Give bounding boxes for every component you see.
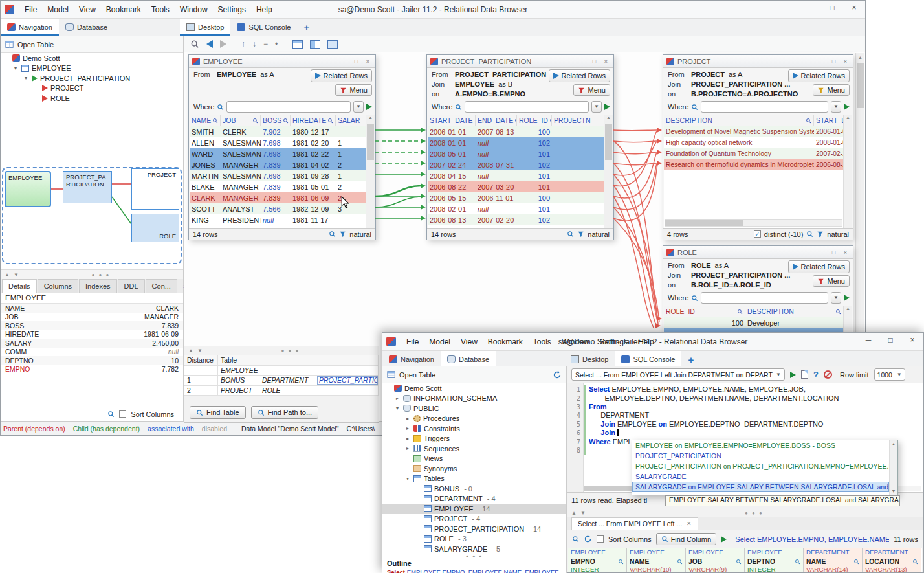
tab-sql-console[interactable]: SQL Console <box>230 19 297 36</box>
search-icon[interactable] <box>572 535 579 543</box>
scrollbar[interactable]: ▲ <box>366 115 375 228</box>
where-condition-input[interactable] <box>701 101 828 113</box>
menu-item[interactable]: File <box>401 335 424 348</box>
expander-icon[interactable]: ▾ <box>12 65 19 71</box>
layout-full-icon[interactable] <box>327 40 338 49</box>
search-icon[interactable] <box>795 559 800 565</box>
search-icon[interactable] <box>853 559 859 565</box>
minimize-button[interactable]: ─ <box>340 58 349 65</box>
expander-icon[interactable]: ▸ <box>404 416 411 421</box>
autocomplete-item[interactable]: PROJECT_PARTICIPATION <box>632 451 889 461</box>
expander-icon[interactable]: ▸ <box>404 425 411 431</box>
maximize-button[interactable]: □ <box>885 335 896 344</box>
expander-icon[interactable]: ▸ <box>394 396 401 401</box>
maximize-button[interactable]: □ <box>826 3 838 12</box>
splitter-bar[interactable]: ● ● ● <box>382 554 566 559</box>
refresh-icon[interactable] <box>553 370 562 379</box>
table-row[interactable]: ALLEN SALESMAN 7.698 1981-02-20 1 <box>190 137 366 148</box>
scrollbar[interactable]: ▲ <box>604 115 613 228</box>
table-row[interactable]: 2008-04-15 null 101 <box>428 170 604 181</box>
minimize-button[interactable]: ─ <box>863 335 874 344</box>
tree-item[interactable]: ROLE - 3 <box>382 534 566 545</box>
column-header[interactable]: HIREDATE <box>291 115 336 126</box>
tree-item[interactable]: PROJECT <box>1 84 183 94</box>
expander-icon[interactable]: ▾ <box>404 476 411 482</box>
tab-columns[interactable]: Columns <box>38 279 78 293</box>
maximize-button[interactable]: □ <box>590 58 599 65</box>
apply-filter-button[interactable] <box>604 104 610 110</box>
tree-item[interactable]: ▸ Constraints <box>382 423 566 434</box>
column-header[interactable]: START_DATE <box>428 115 476 126</box>
diagram-box-project-participation[interactable]: PROJECT_PARTICIPATION <box>63 171 112 203</box>
table-row[interactable]: 2006-01-01 2007-08-13 100 <box>428 126 604 137</box>
new-tab-button[interactable]: + <box>681 351 700 368</box>
expander-icon[interactable]: ▸ <box>404 436 411 442</box>
tree-item[interactable]: Views <box>382 454 566 464</box>
where-dropdown-button[interactable]: ▼ <box>591 101 602 113</box>
minimize-button[interactable]: ─ <box>578 58 587 65</box>
table-row[interactable]: 2007-02-24 2008-07-31 102 <box>428 159 604 170</box>
zoom-dot-icon[interactable]: • <box>275 39 278 49</box>
column-header[interactable]: END_DATE <box>476 115 517 126</box>
splitter-bar[interactable]: ▲▼● ● ● <box>184 346 379 355</box>
table-row[interactable]: 2008-05-01 null 101 <box>428 148 604 159</box>
where-dropdown-button[interactable]: ▼ <box>831 101 841 113</box>
menu-item[interactable]: Bookmark <box>101 3 146 16</box>
tree-item[interactable]: ▸ Sequences <box>382 444 566 454</box>
column-header[interactable]: DESCRIPTION <box>745 306 844 317</box>
tree-item[interactable]: ROLE <box>1 93 183 104</box>
sql-editor-line[interactable]: 3From <box>567 403 923 411</box>
layout-thumbnail-icon[interactable] <box>292 40 303 49</box>
popup-scrollbar[interactable]: ▲▼ <box>889 440 897 495</box>
menu-item[interactable]: Help <box>251 3 278 16</box>
diagram-box-employee[interactable]: EMPLOYEE <box>5 171 51 207</box>
search-icon[interactable] <box>618 559 624 565</box>
menu-button[interactable]: Menu <box>813 275 850 287</box>
main-titlebar[interactable]: FileModelViewBookmarkToolsWindowSettings… <box>1 1 865 19</box>
column-header[interactable]: SALAR <box>336 115 364 126</box>
search-icon[interactable] <box>677 559 683 565</box>
outline-content[interactable]: Select EMPLOYEE.EMPNO, EMPLOYEE.NAME, EM… <box>387 568 565 573</box>
tab-database[interactable]: Database <box>59 19 114 36</box>
tab-constraints[interactable]: Con... <box>146 279 177 293</box>
tree-item[interactable]: EMPLOYEE - 14 <box>382 504 566 514</box>
search-icon[interactable] <box>107 410 115 418</box>
column-header[interactable]: DESCRIPTION <box>664 115 814 126</box>
forward-icon[interactable] <box>220 40 226 48</box>
help-button[interactable]: ? <box>813 370 819 379</box>
apply-filter-button[interactable] <box>366 104 372 110</box>
sql-editor-line[interactable]: 4 DEPARTMENT <box>567 411 923 420</box>
tab-desktop[interactable]: Desktop <box>564 351 615 368</box>
refresh-icon[interactable] <box>584 535 592 543</box>
find-column-button[interactable]: Find Column <box>656 533 716 545</box>
scroll-up-icon[interactable]: ▲ <box>856 53 864 62</box>
close-button[interactable]: × <box>841 249 850 256</box>
tree-item[interactable]: ▾ Tables <box>382 474 566 484</box>
where-condition-input[interactable] <box>465 101 589 113</box>
related-rows-button[interactable]: Related Rows <box>549 69 610 82</box>
tab-database[interactable]: Database <box>441 351 496 368</box>
search-icon[interactable] <box>806 230 813 238</box>
close-tab-icon[interactable]: ✕ <box>687 521 692 527</box>
table-row[interactable]: CLARK MANAGER 7.839 1981-06-09 2 <box>190 192 366 203</box>
window-titlebar[interactable]: EMPLOYEE ─□× <box>189 55 375 68</box>
result-column[interactable]: EMPLOYEE JOB VARCHAR(9) <box>686 548 745 572</box>
cancel-button[interactable] <box>824 370 832 379</box>
table-row[interactable]: SCOTT ANALYST 7.566 1982-12-09 3 <box>190 203 366 214</box>
result-column[interactable]: DEPARTMENT LOCATION VARCHAR(13) <box>863 548 921 572</box>
tree-item[interactable]: PROJECT - 4 <box>382 514 566 524</box>
window-titlebar[interactable]: ROLE ─□× <box>663 246 853 259</box>
table-row[interactable]: SMITH CLERK 7.902 1980-12-17 <box>190 126 366 137</box>
tree-item[interactable]: BONUS - 0 <box>382 484 566 494</box>
sql-editor-line[interactable]: 5 Join EMPLOYEE on EMPLOYEE.DEPTNO=DEPAR… <box>567 420 923 429</box>
close-button[interactable]: × <box>841 58 850 65</box>
column-header[interactable]: PROJECTN <box>552 115 602 126</box>
tab-desktop[interactable]: Desktop <box>180 19 230 36</box>
back-icon[interactable] <box>206 40 213 48</box>
sql-editor-line[interactable]: 6 Join <box>567 429 923 437</box>
menu-button[interactable]: Menu <box>573 84 610 96</box>
tree-item[interactable]: ▸ Procedures <box>382 414 566 424</box>
open-table-button[interactable]: Open Table <box>382 366 566 383</box>
table-row[interactable]: Development of Novel Magnetic Suspension… <box>664 126 843 137</box>
filter-icon[interactable] <box>817 230 824 238</box>
